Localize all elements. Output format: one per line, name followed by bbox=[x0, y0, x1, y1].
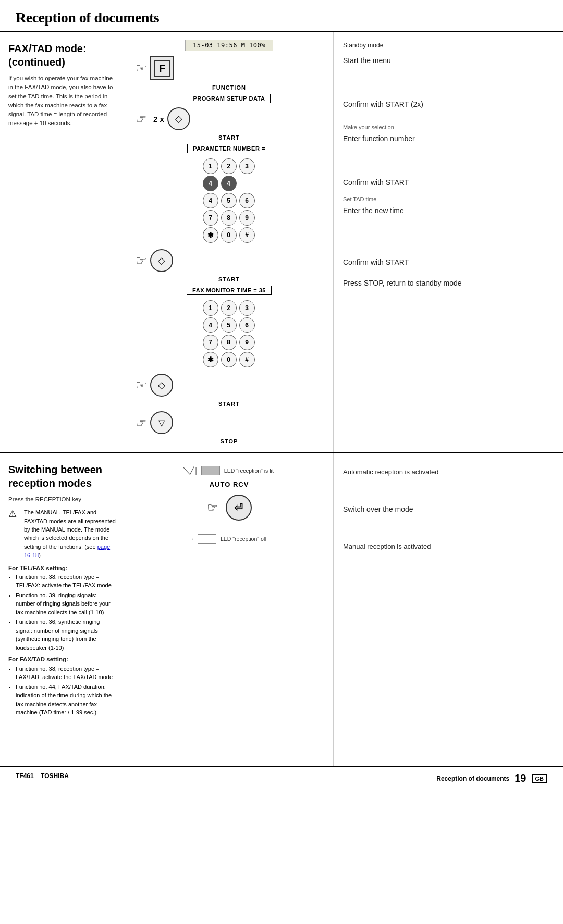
warning-box: ⚠ The MANUAL, TEL/FAX and FAX/TAD modes … bbox=[8, 508, 116, 559]
section1-heading: FAX/TAD mode: (continued) bbox=[8, 42, 116, 69]
key2-0[interactable]: 0 bbox=[221, 352, 237, 367]
slash-lines: ╲ ╱ | bbox=[185, 466, 197, 475]
key2-star[interactable]: ✱ bbox=[203, 352, 218, 367]
hand-icon-4: ☞ bbox=[136, 378, 147, 392]
section2-left: Switching between reception modes Press … bbox=[0, 453, 125, 766]
page-link[interactable]: page 16-18 bbox=[24, 544, 110, 558]
start-row-3: ☞ ◇ bbox=[136, 374, 323, 397]
bullet4: Function no. 38, reception type = FAX/TA… bbox=[16, 664, 116, 682]
footer-brand: TOSHIBA bbox=[41, 772, 69, 780]
confirm-start-text: Confirm with START bbox=[343, 176, 554, 189]
confirm-start-2-text: Confirm with START bbox=[343, 256, 554, 268]
fax-monitor-label: FAX MONITOR TIME = 35 bbox=[187, 286, 272, 295]
keypad-area-2: 1 2 3 4 5 6 7 8 9 ✱ 0 # bbox=[203, 298, 256, 369]
confirm-start-2x: Confirm with START (2x) bbox=[343, 98, 554, 110]
key-star[interactable]: ✱ bbox=[203, 227, 218, 243]
switch-mode-text: Switch over the mode bbox=[343, 503, 554, 515]
key2-hash[interactable]: # bbox=[239, 352, 255, 367]
hand-icon-2: ☞ bbox=[136, 112, 147, 126]
key2-1[interactable]: 1 bbox=[203, 300, 218, 316]
start-button-2[interactable]: ◇ bbox=[150, 249, 173, 272]
key-2[interactable]: 2 bbox=[221, 158, 237, 174]
dot-label: · bbox=[192, 535, 193, 543]
auto-rcv-button[interactable]: ⏎ bbox=[226, 495, 252, 521]
section1-center: 15-03 19:56 M 100% ☞ F FUNCTION PROGRAM … bbox=[125, 32, 334, 452]
key-8[interactable]: 8 bbox=[221, 210, 237, 226]
auto-reception-text: Automatic reception is activated bbox=[343, 466, 554, 478]
two-x-label: 2 x bbox=[153, 115, 164, 124]
manual-reception-text: Manual reception is activated bbox=[343, 540, 554, 552]
hand-icon-3: ☞ bbox=[136, 253, 147, 268]
page-title: Reception of documents bbox=[0, 0, 563, 32]
key-5[interactable]: 5 bbox=[221, 193, 237, 208]
led-reception-off-label: LED "reception" off bbox=[221, 536, 266, 542]
led-lit-row: ╲ ╱ | LED "reception" is lit bbox=[136, 466, 323, 475]
key-spacer bbox=[239, 176, 255, 191]
section1-left: FAX/TAD mode: (continued) If you wish to… bbox=[0, 32, 125, 452]
fax-tad-label: For FAX/TAD setting: bbox=[8, 655, 116, 664]
stop-button[interactable]: ▽ bbox=[150, 411, 173, 434]
start-row-2: ☞ ◇ bbox=[136, 249, 323, 272]
set-tad-label: Set TAD time bbox=[343, 194, 554, 204]
key2-8[interactable]: 8 bbox=[221, 335, 237, 350]
led-box-off bbox=[198, 534, 216, 544]
bullet2: Function no. 39, ringing signals: number… bbox=[16, 591, 116, 617]
make-selection-label: Make your selection bbox=[343, 122, 554, 132]
keypad-2[interactable]: 1 2 3 4 5 6 7 8 9 ✱ 0 # bbox=[203, 300, 256, 367]
standby-mode-label: Standby mode bbox=[343, 40, 554, 51]
key2-7[interactable]: 7 bbox=[203, 335, 218, 350]
function-label: FUNCTION bbox=[212, 84, 246, 91]
press-stop-text: Press STOP, return to standby mode bbox=[343, 277, 554, 289]
enter-function-text: Enter function number bbox=[343, 132, 554, 145]
key-4b[interactable]: 4 bbox=[221, 176, 237, 191]
key2-5[interactable]: 5 bbox=[221, 317, 237, 333]
section2-heading: Switching between reception modes bbox=[8, 463, 116, 490]
key-9[interactable]: 9 bbox=[239, 210, 255, 226]
footer-right: Reception of documents 19 GB bbox=[436, 772, 547, 784]
key2-4[interactable]: 4 bbox=[203, 317, 218, 333]
program-label: PROGRAM SETUP DATA bbox=[188, 94, 271, 103]
hand-icon-6: ☞ bbox=[207, 500, 218, 515]
function-button[interactable]: F bbox=[150, 56, 174, 80]
stop-label: STOP bbox=[221, 438, 238, 445]
key-6[interactable]: 6 bbox=[239, 193, 255, 208]
footer-left: TF461 TOSHIBA bbox=[16, 772, 69, 784]
press-reception-label: Press the RECEPTION key bbox=[8, 495, 116, 504]
start-button-3[interactable]: ◇ bbox=[150, 374, 173, 397]
param-label: PARAMETER NUMBER = bbox=[187, 144, 271, 153]
key-1[interactable]: 1 bbox=[203, 158, 218, 174]
keypad-area-1: 1 2 3 4 4 4 5 6 7 8 9 ✱ 0 # bbox=[203, 156, 256, 245]
key2-2[interactable]: 2 bbox=[221, 300, 237, 316]
hand-icon-1: ☞ bbox=[136, 61, 147, 76]
start-menu-text: Start the menu bbox=[343, 54, 554, 67]
bullet5: Function no. 44, FAX/TAD duration: indic… bbox=[16, 683, 116, 717]
start-label-1: START bbox=[218, 134, 240, 141]
bullet1: Function no. 38, reception type = TEL/FA… bbox=[16, 573, 116, 590]
footer: TF461 TOSHIBA Reception of documents 19 … bbox=[0, 766, 563, 790]
function-row: ☞ F bbox=[136, 56, 323, 80]
key2-3[interactable]: 3 bbox=[239, 300, 255, 316]
keypad-1[interactable]: 1 2 3 4 4 4 5 6 7 8 9 ✱ 0 # bbox=[203, 158, 256, 243]
key-7[interactable]: 7 bbox=[203, 210, 218, 226]
footer-right-text: Reception of documents bbox=[436, 775, 509, 782]
start-button-1[interactable]: ◇ bbox=[167, 107, 190, 130]
key2-9[interactable]: 9 bbox=[239, 335, 255, 350]
warning-icon: ⚠ bbox=[8, 508, 20, 520]
key-3[interactable]: 3 bbox=[239, 158, 255, 174]
key-0[interactable]: 0 bbox=[221, 227, 237, 243]
warning-text: The MANUAL, TEL/FAX and FAX/TAD modes ar… bbox=[24, 509, 116, 558]
section1-right: Standby mode Start the menu Confirm with… bbox=[334, 32, 563, 452]
key-4c[interactable]: 4 bbox=[203, 193, 218, 208]
section1-body: If you wish to operate your fax machine … bbox=[8, 74, 116, 128]
led-reception-lit-label: LED "reception" is lit bbox=[224, 467, 274, 474]
led-off-row: · LED "reception" off bbox=[136, 534, 323, 544]
start-label-2: START bbox=[218, 276, 240, 282]
key-4[interactable]: 4 bbox=[203, 176, 218, 191]
footer-model: TF461 bbox=[16, 772, 34, 780]
hand-icon-5: ☞ bbox=[136, 415, 147, 430]
led-box-lit bbox=[201, 466, 220, 475]
enter-new-time-text: Enter the new time bbox=[343, 204, 554, 217]
auto-rcv-row: ☞ ⏎ bbox=[136, 495, 323, 521]
key-hash[interactable]: # bbox=[239, 227, 255, 243]
key2-6[interactable]: 6 bbox=[239, 317, 255, 333]
